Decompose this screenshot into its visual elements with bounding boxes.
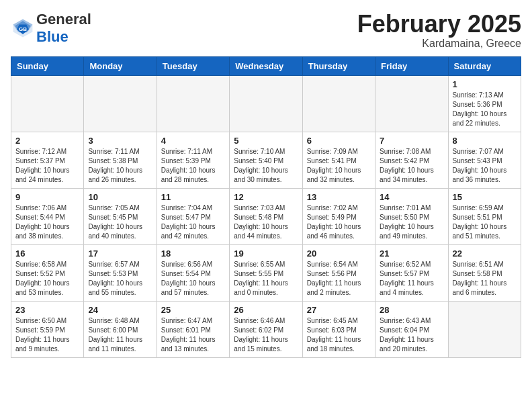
day-number: 17 [88, 248, 152, 259]
location-title: Kardamaina, Greece [357, 38, 521, 50]
day-number: 2 [15, 136, 79, 146]
day-info: Sunrise: 6:43 AM Sunset: 6:04 PM Dayligh… [380, 316, 443, 354]
logo: GB General Blue [11, 11, 91, 46]
calendar-cell: 21Sunrise: 6:52 AM Sunset: 5:57 PM Dayli… [375, 244, 448, 301]
day-number: 23 [15, 305, 79, 315]
calendar-cell: 26Sunrise: 6:46 AM Sunset: 6:02 PM Dayli… [230, 301, 302, 357]
page-header: GB General Blue February 2025 Kardamaina… [11, 11, 521, 50]
calendar-table: SundayMondayTuesdayWednesdayThursdayFrid… [11, 56, 521, 358]
day-number: 25 [161, 305, 225, 315]
day-info: Sunrise: 6:58 AM Sunset: 5:52 PM Dayligh… [15, 260, 79, 298]
day-info: Sunrise: 6:51 AM Sunset: 5:58 PM Dayligh… [453, 260, 517, 298]
day-info: Sunrise: 7:02 AM Sunset: 5:49 PM Dayligh… [307, 203, 371, 241]
day-info: Sunrise: 7:10 AM Sunset: 5:40 PM Dayligh… [234, 147, 298, 185]
month-title: February 2025 [357, 11, 521, 38]
calendar-cell: 27Sunrise: 6:45 AM Sunset: 6:03 PM Dayli… [302, 301, 375, 357]
calendar-week-row: 2Sunrise: 7:12 AM Sunset: 5:37 PM Daylig… [11, 132, 521, 188]
day-number: 19 [234, 248, 298, 259]
day-number: 13 [307, 192, 371, 202]
calendar-cell: 22Sunrise: 6:51 AM Sunset: 5:58 PM Dayli… [448, 244, 521, 301]
day-number: 27 [307, 305, 371, 315]
calendar-cell: 20Sunrise: 6:54 AM Sunset: 5:56 PM Dayli… [302, 244, 375, 301]
day-of-week-header: Saturday [448, 56, 521, 75]
day-of-week-header: Friday [375, 56, 448, 75]
day-info: Sunrise: 7:09 AM Sunset: 5:41 PM Dayligh… [307, 147, 371, 185]
calendar-cell: 19Sunrise: 6:55 AM Sunset: 5:55 PM Dayli… [230, 244, 302, 301]
calendar-cell: 23Sunrise: 6:50 AM Sunset: 5:59 PM Dayli… [11, 301, 84, 357]
calendar-cell [375, 75, 448, 132]
calendar-cell [302, 75, 375, 132]
day-info: Sunrise: 6:48 AM Sunset: 6:00 PM Dayligh… [88, 316, 152, 354]
calendar-header-row: SundayMondayTuesdayWednesdayThursdayFrid… [11, 56, 521, 75]
day-number: 21 [380, 248, 443, 259]
calendar-week-row: 23Sunrise: 6:50 AM Sunset: 5:59 PM Dayli… [11, 301, 521, 357]
calendar-week-row: 1Sunrise: 7:13 AM Sunset: 5:36 PM Daylig… [11, 75, 521, 132]
day-number: 14 [380, 192, 443, 202]
day-number: 9 [15, 192, 79, 202]
day-info: Sunrise: 7:13 AM Sunset: 5:36 PM Dayligh… [453, 91, 517, 128]
calendar-cell [230, 75, 302, 132]
day-number: 22 [453, 248, 517, 259]
day-number: 16 [15, 248, 79, 259]
calendar-week-row: 16Sunrise: 6:58 AM Sunset: 5:52 PM Dayli… [11, 244, 521, 301]
calendar-cell: 18Sunrise: 6:56 AM Sunset: 5:54 PM Dayli… [157, 244, 229, 301]
svg-text:GB: GB [19, 26, 27, 32]
title-block: February 2025 Kardamaina, Greece [357, 11, 521, 50]
day-info: Sunrise: 7:03 AM Sunset: 5:48 PM Dayligh… [234, 203, 298, 241]
calendar-cell: 10Sunrise: 7:05 AM Sunset: 5:45 PM Dayli… [84, 188, 157, 244]
calendar-cell: 1Sunrise: 7:13 AM Sunset: 5:36 PM Daylig… [448, 75, 521, 132]
day-info: Sunrise: 7:11 AM Sunset: 5:38 PM Dayligh… [88, 147, 152, 185]
day-info: Sunrise: 7:07 AM Sunset: 5:43 PM Dayligh… [453, 147, 517, 185]
calendar-cell: 7Sunrise: 7:08 AM Sunset: 5:42 PM Daylig… [375, 132, 448, 188]
calendar-cell: 24Sunrise: 6:48 AM Sunset: 6:00 PM Dayli… [84, 301, 157, 357]
day-info: Sunrise: 6:55 AM Sunset: 5:55 PM Dayligh… [234, 260, 298, 298]
day-number: 6 [307, 136, 371, 146]
day-number: 7 [380, 136, 443, 146]
day-info: Sunrise: 6:57 AM Sunset: 5:53 PM Dayligh… [88, 260, 152, 298]
day-info: Sunrise: 7:01 AM Sunset: 5:50 PM Dayligh… [380, 203, 443, 241]
calendar-cell: 6Sunrise: 7:09 AM Sunset: 5:41 PM Daylig… [302, 132, 375, 188]
calendar-cell: 3Sunrise: 7:11 AM Sunset: 5:38 PM Daylig… [84, 132, 157, 188]
calendar-cell: 11Sunrise: 7:04 AM Sunset: 5:47 PM Dayli… [157, 188, 229, 244]
calendar-cell: 4Sunrise: 7:11 AM Sunset: 5:39 PM Daylig… [157, 132, 229, 188]
day-info: Sunrise: 6:45 AM Sunset: 6:03 PM Dayligh… [307, 316, 371, 354]
day-number: 5 [234, 136, 298, 146]
calendar-cell [11, 75, 84, 132]
calendar-cell [448, 301, 521, 357]
day-info: Sunrise: 7:11 AM Sunset: 5:39 PM Dayligh… [161, 147, 225, 185]
day-number: 18 [161, 248, 225, 259]
day-info: Sunrise: 7:06 AM Sunset: 5:44 PM Dayligh… [15, 203, 79, 241]
day-number: 4 [161, 136, 225, 146]
day-info: Sunrise: 6:50 AM Sunset: 5:59 PM Dayligh… [15, 316, 79, 354]
logo-icon: GB [11, 16, 35, 40]
calendar-cell: 2Sunrise: 7:12 AM Sunset: 5:37 PM Daylig… [11, 132, 84, 188]
day-info: Sunrise: 7:04 AM Sunset: 5:47 PM Dayligh… [161, 203, 225, 241]
calendar-cell: 25Sunrise: 6:47 AM Sunset: 6:01 PM Dayli… [157, 301, 229, 357]
day-of-week-header: Tuesday [157, 56, 229, 75]
day-number: 3 [88, 136, 152, 146]
calendar-cell: 17Sunrise: 6:57 AM Sunset: 5:53 PM Dayli… [84, 244, 157, 301]
day-number: 10 [88, 192, 152, 202]
calendar-cell: 13Sunrise: 7:02 AM Sunset: 5:49 PM Dayli… [302, 188, 375, 244]
day-info: Sunrise: 7:05 AM Sunset: 5:45 PM Dayligh… [88, 203, 152, 241]
day-of-week-header: Sunday [11, 56, 84, 75]
day-number: 12 [234, 192, 298, 202]
day-info: Sunrise: 6:46 AM Sunset: 6:02 PM Dayligh… [234, 316, 298, 354]
day-number: 15 [453, 192, 517, 202]
logo-text: General Blue [36, 11, 91, 46]
day-number: 20 [307, 248, 371, 259]
day-of-week-header: Monday [84, 56, 157, 75]
calendar-cell: 12Sunrise: 7:03 AM Sunset: 5:48 PM Dayli… [230, 188, 302, 244]
calendar-cell [157, 75, 229, 132]
day-info: Sunrise: 6:47 AM Sunset: 6:01 PM Dayligh… [161, 316, 225, 354]
day-number: 28 [380, 305, 443, 315]
day-info: Sunrise: 7:08 AM Sunset: 5:42 PM Dayligh… [380, 147, 443, 185]
calendar-cell: 14Sunrise: 7:01 AM Sunset: 5:50 PM Dayli… [375, 188, 448, 244]
day-info: Sunrise: 6:54 AM Sunset: 5:56 PM Dayligh… [307, 260, 371, 298]
day-number: 1 [453, 79, 517, 89]
calendar-cell: 9Sunrise: 7:06 AM Sunset: 5:44 PM Daylig… [11, 188, 84, 244]
day-of-week-header: Thursday [302, 56, 375, 75]
calendar-cell: 5Sunrise: 7:10 AM Sunset: 5:40 PM Daylig… [230, 132, 302, 188]
calendar-cell [84, 75, 157, 132]
calendar-week-row: 9Sunrise: 7:06 AM Sunset: 5:44 PM Daylig… [11, 188, 521, 244]
